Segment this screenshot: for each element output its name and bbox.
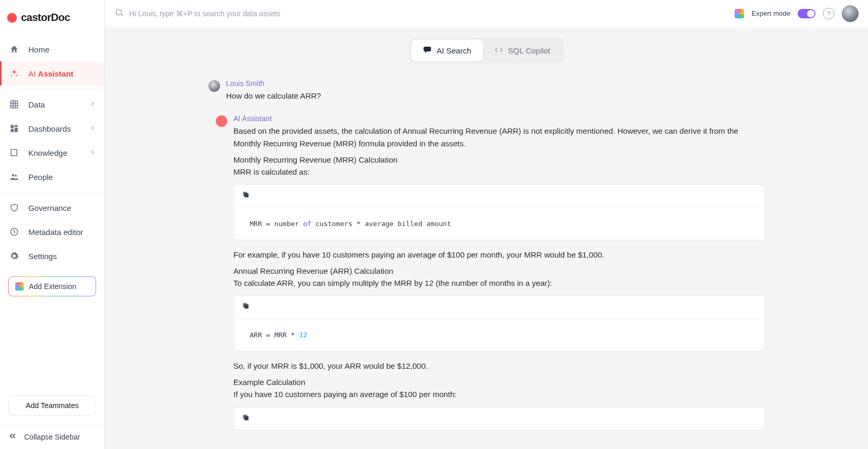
svg-rect-11 xyxy=(243,192,247,196)
nav-ai-assistant-label: AI Assistant xyxy=(28,69,96,78)
extension-badge-icon[interactable] xyxy=(735,9,744,18)
nav-knowledge[interactable]: Knowledge xyxy=(0,141,104,165)
add-teammates-button[interactable]: Add Teammates xyxy=(8,395,96,415)
code-block xyxy=(234,407,765,431)
chat-thread: Louis Smith How do we calculate ARR? AI … xyxy=(208,79,765,431)
nav-ai-assistant[interactable]: AI Assistant xyxy=(0,61,104,85)
add-extension-button[interactable]: Add Extension xyxy=(8,276,96,296)
chat-icon xyxy=(423,45,432,56)
response-heading: Monthly Recurring Revenue (MRR) Calculat… xyxy=(234,154,765,178)
svg-rect-1 xyxy=(11,101,18,108)
gear-icon xyxy=(8,251,20,261)
assistant-avatar xyxy=(216,115,227,127)
rainbow-icon xyxy=(15,282,24,291)
svg-rect-3 xyxy=(15,125,18,127)
help-icon[interactable]: ? xyxy=(823,8,834,19)
nav-home[interactable]: Home xyxy=(0,37,104,61)
chat-message-user: Louis Smith How do we calculate ARR? xyxy=(208,79,765,102)
assistant-author: AI Assistant xyxy=(234,114,765,123)
add-extension-label: Add Extension xyxy=(29,282,76,291)
book-icon xyxy=(8,148,20,157)
response-paragraph: Based on the provided assets, the calcul… xyxy=(234,125,765,149)
shield-icon xyxy=(8,203,20,212)
collapse-sidebar-label: Collapse Sidebar xyxy=(24,433,80,441)
tab-sql-copilot[interactable]: SQL Copilot xyxy=(483,40,561,61)
brand-icon xyxy=(6,12,18,24)
response-paragraph: So, if your MRR is $1,000, your ARR woul… xyxy=(234,360,765,372)
grid-icon xyxy=(8,100,20,109)
sidebar: castorDoc Home AI Assistant Data xyxy=(0,0,105,449)
search-icon xyxy=(114,8,124,19)
main-area: Expert mode ? AI Search SQL Copilot xyxy=(105,0,868,449)
nav-metadata-editor[interactable]: Metadata editor xyxy=(0,220,104,244)
copy-icon[interactable] xyxy=(242,301,250,313)
sparkle-icon xyxy=(8,69,20,78)
expert-mode-label: Expert mode xyxy=(751,9,790,17)
layout-icon xyxy=(8,124,20,133)
svg-rect-2 xyxy=(11,125,14,128)
user-avatar[interactable] xyxy=(842,5,859,22)
brand-text: castorDoc xyxy=(21,12,70,24)
home-icon xyxy=(8,45,20,54)
chevron-right-icon xyxy=(89,100,96,109)
mode-tabs: AI Search SQL Copilot xyxy=(409,38,563,63)
user-message-avatar xyxy=(208,80,220,92)
nav-data-label: Data xyxy=(28,100,89,109)
collapse-icon xyxy=(8,432,17,442)
copy-icon[interactable] xyxy=(242,190,250,202)
brand-logo[interactable]: castorDoc xyxy=(0,0,104,35)
code-icon xyxy=(494,45,504,56)
nav-dashboards[interactable]: Dashboards xyxy=(0,116,104,141)
code-block: ARR = MRR * 12 xyxy=(234,295,765,351)
code-content: ARR = MRR * 12 xyxy=(234,319,765,351)
topbar: Expert mode ? xyxy=(105,0,868,27)
svg-point-7 xyxy=(15,175,17,177)
svg-point-9 xyxy=(116,9,122,15)
tab-ai-search-label: AI Search xyxy=(436,46,471,55)
response-heading: Annual Recurring Revenue (ARR) Calculati… xyxy=(234,265,765,290)
collapse-sidebar-button[interactable]: Collapse Sidebar xyxy=(0,424,104,449)
nav-settings[interactable]: Settings xyxy=(0,244,104,268)
svg-rect-15 xyxy=(243,414,247,419)
nav-settings-label: Settings xyxy=(28,252,96,261)
response-heading: Example Calculation If you have 10 custo… xyxy=(234,376,765,401)
people-icon xyxy=(8,172,20,181)
chevron-right-icon xyxy=(89,148,96,157)
add-teammates-label: Add Teammates xyxy=(26,401,79,410)
svg-rect-13 xyxy=(243,303,247,307)
nav-data[interactable]: Data xyxy=(0,92,104,116)
chat-message-assistant: AI Assistant Based on the provided asset… xyxy=(216,114,765,431)
code-content: MRR = number of customers * average bill… xyxy=(234,208,765,240)
code-block: MRR = number of customers * average bill… xyxy=(234,184,765,240)
global-search[interactable] xyxy=(114,8,727,19)
user-message-text: How do we calculate ARR? xyxy=(226,90,765,102)
expert-mode-toggle[interactable] xyxy=(798,9,815,18)
svg-rect-5 xyxy=(11,129,14,132)
nav-dashboards-label: Dashboards xyxy=(28,124,89,133)
nav-people[interactable]: People xyxy=(0,165,104,189)
tab-sql-copilot-label: SQL Copilot xyxy=(508,46,550,55)
content-area: AI Search SQL Copilot Louis Smith How do… xyxy=(105,27,868,449)
nav-people-label: People xyxy=(28,173,96,181)
response-paragraph: For example, if you have 10 customers pa… xyxy=(234,249,765,261)
copy-icon[interactable] xyxy=(242,413,250,425)
user-message-author: Louis Smith xyxy=(226,79,765,88)
nav-knowledge-label: Knowledge xyxy=(28,148,89,157)
nav-governance-label: Governance xyxy=(28,204,96,212)
chevron-right-icon xyxy=(89,124,96,133)
nav-governance[interactable]: Governance xyxy=(0,196,104,220)
svg-rect-4 xyxy=(15,128,18,132)
nav-metadata-editor-label: Metadata editor xyxy=(28,228,96,237)
svg-point-6 xyxy=(12,174,15,177)
tab-ai-search[interactable]: AI Search xyxy=(411,40,483,61)
search-input[interactable] xyxy=(129,9,727,18)
clock-edit-icon xyxy=(8,227,20,237)
nav-home-label: Home xyxy=(28,45,96,54)
assistant-response: Based on the provided assets, the calcul… xyxy=(234,125,765,431)
